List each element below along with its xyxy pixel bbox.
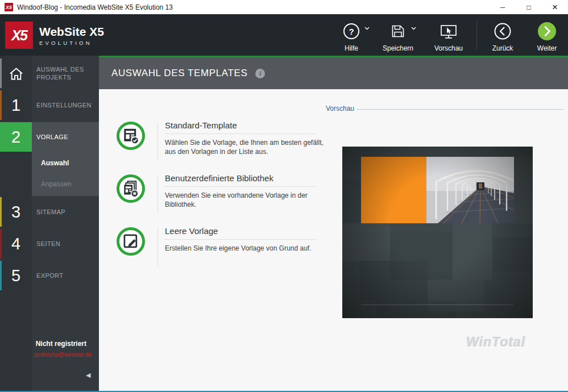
step-number: 3 — [0, 197, 32, 227]
chevron-down-icon — [411, 27, 416, 30]
preview-icon — [440, 24, 457, 39]
dotted-rule — [165, 134, 316, 134]
template-footer-rule — [361, 305, 513, 305]
steps-sidebar: AUSWAHL DES PROJEKTS 1 EINSTELLUNGEN 2 V… — [0, 56, 99, 391]
option-standard-template[interactable]: Standard-Template Wählen Sie die Vorlage… — [114, 120, 332, 168]
toolbar: X5 WebSite X5 EVOLUTION ? Hilfe — [0, 14, 568, 56]
option-description: Erstellen Sie Ihre eigene Vorlage von Gr… — [165, 244, 330, 253]
main-content: Standard-Template Wählen Sie die Vorlage… — [99, 89, 568, 391]
option-title: Leere Vorlage — [165, 226, 333, 236]
next-button[interactable]: Weiter — [525, 19, 568, 52]
step-label: SITEMAP — [36, 197, 94, 227]
option-description: Wählen Sie die Vorlage, die Ihnen am bes… — [165, 138, 330, 156]
chevron-down-icon — [364, 27, 370, 30]
option-description: Verwenden Sie eine vorhandene Vorlage in… — [165, 191, 330, 209]
help-icon: ? — [343, 23, 359, 39]
help-label: Hilfe — [330, 44, 373, 52]
next-label: Weiter — [525, 44, 568, 52]
preview-group-rule — [356, 109, 563, 110]
empty-template-icon — [122, 232, 140, 251]
preview-button[interactable]: Vorschau — [427, 19, 470, 52]
save-icon — [391, 24, 405, 39]
logo-subtitle: EVOLUTION — [39, 40, 104, 46]
step-number: 1 — [0, 90, 32, 120]
toolbar-separator — [476, 20, 477, 50]
step-label: AUSWAHL DES PROJEKTS — [36, 59, 94, 88]
step-number: 5 — [0, 261, 32, 290]
option-title: Standard-Template — [165, 120, 333, 130]
sidebar-item-project-selection[interactable]: AUSWAHL DES PROJEKTS — [0, 59, 99, 88]
page-header: AUSWAHL DES TEMPLATES i — [99, 56, 568, 89]
window-controls: ─ □ × — [490, 0, 568, 14]
sidebar-item-sitemap[interactable]: 3 SITEMAP — [0, 197, 99, 227]
step-label: EINSTELLUNGEN — [36, 90, 94, 120]
registration-info: Nicht registriert pcdmicha@wintotal.de — [34, 340, 86, 358]
home-icon — [8, 66, 24, 81]
template-preview-image — [342, 147, 533, 318]
help-button[interactable]: ? Hilfe — [330, 19, 373, 52]
registration-status: Nicht registriert — [34, 340, 86, 348]
step-label: EXPORT — [36, 261, 94, 290]
step-label: SEITEN — [36, 229, 94, 258]
back-icon — [494, 22, 512, 40]
logo-title: WebSite X5 — [39, 26, 104, 37]
app-window: X5 Windoof-Blog - Incomedia WebSite X5 E… — [0, 0, 568, 392]
sidebar-item-vorlage[interactable]: 2 VORLAGE — [0, 122, 99, 152]
sidebar-collapse-arrow[interactable]: ◀ — [86, 372, 90, 379]
back-label: Zurück — [481, 44, 524, 52]
window-title: Windoof-Blog - Incomedia WebSite X5 Evol… — [17, 3, 173, 11]
sidebar-item-einstellungen[interactable]: 1 EINSTELLUNGEN — [0, 90, 99, 120]
close-button[interactable]: × — [542, 0, 568, 14]
registration-email-link[interactable]: pcdmicha@wintotal.de — [34, 352, 92, 358]
info-icon[interactable]: i — [255, 69, 265, 78]
back-button[interactable]: Zurück — [481, 19, 524, 52]
x5-logo-badge: X5 — [5, 22, 33, 49]
sidebar-subitem-auswahl[interactable]: Auswahl — [41, 159, 69, 167]
titlebar: X5 Windoof-Blog - Incomedia WebSite X5 E… — [0, 0, 568, 14]
option-empty-template[interactable]: Leere Vorlage Erstellen Sie Ihre eigene … — [114, 226, 332, 274]
save-button[interactable]: Speichern — [376, 19, 420, 52]
template-orange-block — [361, 157, 426, 223]
option-title: Benutzerdefinierte Bibliothek — [165, 173, 333, 183]
page-title: AUSWAHL DES TEMPLATES — [111, 68, 247, 79]
step-label: VORLAGE — [36, 122, 94, 152]
wintotal-watermark: WinTotal — [466, 335, 525, 350]
next-icon — [537, 22, 557, 41]
maximize-button[interactable]: □ — [516, 0, 542, 14]
cloister-photo — [426, 157, 514, 223]
dotted-rule — [165, 186, 316, 187]
dotted-rule — [165, 239, 316, 240]
brand-logo: X5 WebSite X5 EVOLUTION — [5, 22, 104, 49]
option-custom-library[interactable]: ★ Benutzerdefinierte Bibliothek Verwende… — [114, 173, 332, 221]
sidebar-item-seiten[interactable]: 4 SEITEN — [0, 229, 99, 258]
svg-text:★: ★ — [132, 190, 137, 197]
standard-template-icon — [122, 127, 140, 145]
sidebar-subitem-anpassen[interactable]: Anpassen — [41, 180, 71, 188]
minimize-button[interactable]: ─ — [490, 0, 516, 14]
preview-label: Vorschau — [427, 44, 470, 52]
custom-library-icon: ★ — [122, 180, 140, 198]
step-number: 4 — [0, 229, 32, 258]
app-icon[interactable]: X5 — [5, 3, 13, 11]
preview-group-label: Vorschau — [326, 105, 354, 112]
sidebar-item-export[interactable]: 5 EXPORT — [0, 261, 99, 290]
save-label: Speichern — [376, 44, 420, 52]
step-number: 2 — [0, 122, 32, 152]
